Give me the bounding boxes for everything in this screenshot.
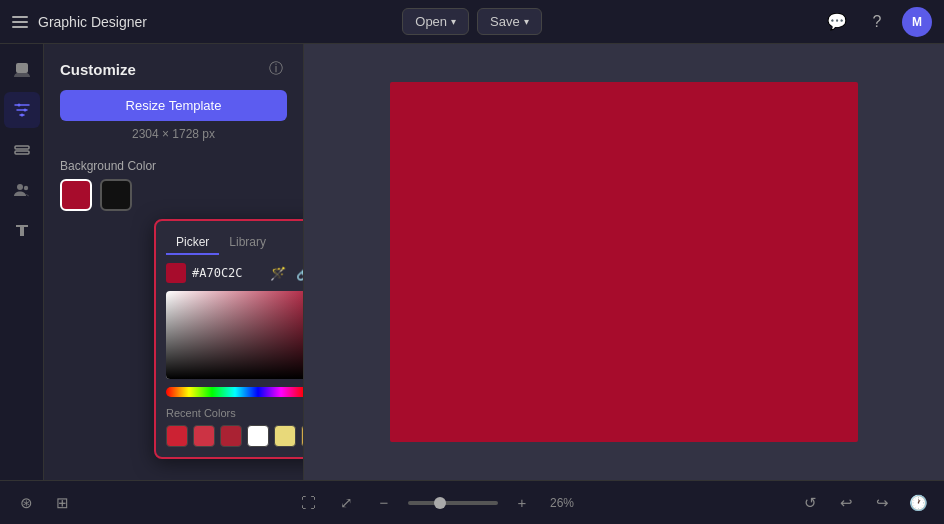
panel: Customize ⓘ Resize Template 2304 × 1728 …	[44, 44, 304, 480]
recent-swatches	[166, 425, 304, 447]
picker-icons: 🪄 🔗 ⊞ +	[268, 263, 304, 283]
help-icon[interactable]: ?	[862, 7, 892, 37]
app-title: Graphic Designer	[38, 14, 147, 30]
eyedropper-icon[interactable]: 🪄	[268, 263, 288, 283]
chat-icon[interactable]: 💬	[822, 7, 852, 37]
bottombar-right: ↺ ↩ ↪ 🕐	[796, 489, 932, 517]
sidebar-item-layers[interactable]	[4, 132, 40, 168]
hex-input[interactable]	[192, 266, 262, 280]
zoom-out-icon[interactable]: −	[370, 489, 398, 517]
avatar[interactable]: M	[902, 7, 932, 37]
recent-swatch-1[interactable]	[193, 425, 215, 447]
link-icon[interactable]: 🔗	[294, 263, 304, 283]
svg-rect-5	[15, 151, 29, 154]
recent-colors-label: Recent Colors	[166, 407, 304, 419]
save-chevron-icon: ▾	[524, 16, 529, 27]
open-button[interactable]: Open ▾	[402, 8, 469, 35]
undo-icon[interactable]: ↩	[832, 489, 860, 517]
recent-swatch-4[interactable]	[274, 425, 296, 447]
fit-icon[interactable]: ⤢	[332, 489, 360, 517]
dimensions-label: 2304 × 1728 px	[44, 127, 303, 141]
picker-hex-row: 🪄 🔗 ⊞ +	[166, 263, 304, 283]
canvas-content	[390, 82, 858, 442]
svg-rect-0	[16, 63, 28, 73]
picker-color-dot	[166, 263, 186, 283]
expand-icon[interactable]: ⛶	[294, 489, 322, 517]
sidebar-item-filters[interactable]	[4, 92, 40, 128]
layers-bottom-icon[interactable]: ⊛	[12, 489, 40, 517]
grid-bottom-icon[interactable]: ⊞	[48, 489, 76, 517]
canvas-area[interactable]	[304, 44, 944, 480]
recent-swatch-2[interactable]	[220, 425, 242, 447]
topbar-left: Graphic Designer	[12, 14, 402, 30]
background-color-label: Background Color	[44, 153, 303, 179]
bottombar: ⊛ ⊞ ⛶ ⤢ − + 26% ↺ ↩ ↪ 🕐	[0, 480, 944, 524]
icon-sidebar	[0, 44, 44, 480]
zoom-in-icon[interactable]: +	[508, 489, 536, 517]
sidebar-item-profile[interactable]	[4, 52, 40, 88]
info-icon[interactable]: ⓘ	[265, 58, 287, 80]
hue-slider[interactable]	[166, 387, 304, 397]
main-layout: Customize ⓘ Resize Template 2304 × 1728 …	[0, 44, 944, 480]
color-swatch-primary[interactable]	[60, 179, 92, 211]
sidebar-item-text[interactable]	[4, 212, 40, 248]
menu-icon[interactable]	[12, 16, 28, 28]
save-button[interactable]: Save ▾	[477, 8, 542, 35]
bottombar-left: ⊛ ⊞	[12, 489, 76, 517]
gradient-brightness	[166, 291, 304, 379]
svg-point-1	[17, 104, 20, 107]
picker-tabs: Picker Library	[166, 231, 304, 255]
redo-icon[interactable]: ↪	[868, 489, 896, 517]
topbar-center: Open ▾ Save ▾	[402, 8, 541, 35]
recent-swatch-3[interactable]	[247, 425, 269, 447]
sidebar-item-people[interactable]	[4, 172, 40, 208]
zoom-level: 26%	[546, 496, 578, 510]
topbar: Graphic Designer Open ▾ Save ▾ 💬 ? M	[0, 0, 944, 44]
recent-swatch-0[interactable]	[166, 425, 188, 447]
zoom-thumb	[434, 497, 446, 509]
svg-point-2	[23, 109, 26, 112]
svg-point-7	[23, 186, 27, 190]
topbar-right: 💬 ? M	[542, 7, 932, 37]
zoom-slider[interactable]	[408, 501, 498, 505]
resize-template-button[interactable]: Resize Template	[60, 90, 287, 121]
panel-title: Customize	[60, 61, 136, 78]
history-icon[interactable]: 🕐	[904, 489, 932, 517]
open-chevron-icon: ▾	[451, 16, 456, 27]
color-swatches	[44, 179, 303, 223]
refresh-icon[interactable]: ↺	[796, 489, 824, 517]
color-swatch-secondary[interactable]	[100, 179, 132, 211]
bottombar-center: ⛶ ⤢ − + 26%	[88, 489, 784, 517]
color-picker-popup: Picker Library 🪄 🔗 ⊞ +	[154, 219, 304, 459]
svg-point-3	[20, 114, 23, 117]
color-gradient-area[interactable]	[166, 291, 304, 379]
tab-picker[interactable]: Picker	[166, 231, 219, 255]
panel-header: Customize ⓘ	[44, 44, 303, 90]
svg-rect-4	[15, 146, 29, 149]
tab-library[interactable]: Library	[219, 231, 276, 255]
svg-point-6	[17, 184, 23, 190]
